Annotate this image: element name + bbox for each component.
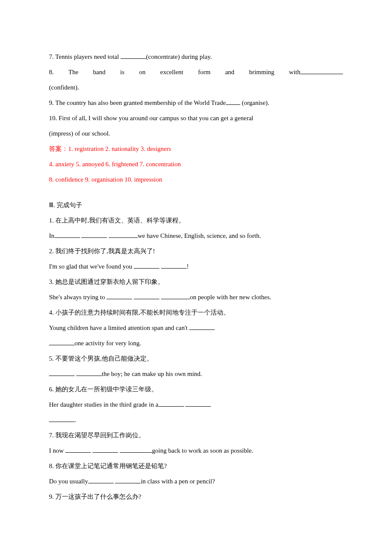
- blank: [76, 376, 102, 376]
- question-10-line2: (impress) of our school.: [49, 126, 343, 141]
- s3-item6-en-line1: Her daughter studies in the third grade …: [49, 397, 343, 412]
- s3-item1-en: In we have Chinese, English, science, an…: [49, 228, 343, 243]
- blank: [134, 299, 159, 299]
- question-7: 7. Tennis players need total (concentrat…: [49, 49, 343, 64]
- blank: [161, 299, 190, 299]
- s3-item5-post: the boy; he can make up his own mind.: [102, 370, 202, 377]
- blank: [109, 237, 138, 238]
- blank: [49, 376, 75, 376]
- blank: [120, 452, 152, 453]
- blank: [49, 422, 75, 422]
- blank: [121, 58, 146, 59]
- q9-pre: 9. The country has also been granted mem…: [49, 99, 226, 106]
- s3-item7-en: I now going back to work as soon as poss…: [49, 443, 343, 458]
- blank: [300, 74, 343, 74]
- q8-pre: 8. The band is on excellent form and bri…: [49, 69, 300, 75]
- blank: [92, 452, 118, 453]
- blank: [115, 483, 141, 483]
- q10-pre: 10. First of all, I will show you around…: [49, 115, 253, 121]
- s3-item7-pre: I now: [49, 447, 65, 454]
- blank: [81, 237, 107, 238]
- blank: [55, 237, 80, 238]
- s3-item8-en: Do you usually in class with a pen or pe…: [49, 474, 343, 489]
- answers-line1: 答案：1. registration 2. nationality 3. des…: [49, 141, 343, 156]
- s3-item2-pre: I'm so glad that we've found you: [49, 263, 134, 270]
- section-3-title: Ⅲ. 完成句子: [49, 197, 343, 213]
- blank: [159, 406, 184, 407]
- s3-item5-cn: 5. 不要管这个男孩,他自己能做决定。: [49, 351, 343, 366]
- answer-text-1: 1. registration 2. nationality 3. design…: [68, 145, 171, 152]
- s3-item2-en: I'm so glad that we've found you !: [49, 259, 343, 274]
- s3-item6-en-line2: .: [49, 412, 343, 428]
- question-9: 9. The country has also been granted mem…: [49, 95, 343, 110]
- answer-text-2: 4. anxiety 5. annoyed 6. frightened 7. c…: [49, 161, 181, 168]
- blank: [189, 330, 215, 330]
- s3-item5-en: the boy; he can make up his own mind.: [49, 366, 343, 382]
- s3-item4-pre: Young children have a limited attention …: [49, 324, 189, 331]
- s3-item4-post: one activity for very long.: [75, 340, 141, 347]
- answer-label: 答案：: [49, 145, 68, 152]
- blank: [65, 452, 91, 453]
- answers-line2: 4. anxiety 5. annoyed 6. frightened 7. c…: [49, 156, 343, 172]
- s3-item7-cn: 7. 我现在渴望尽早回到工作岗位。: [49, 428, 343, 443]
- s3-item7-post: going back to work as soon as possible.: [152, 447, 253, 454]
- answer-text-3: 8. confidence 9. organisation 10. impres…: [49, 176, 162, 183]
- q8-post: (confident).: [49, 84, 79, 91]
- question-8-line2: (confident).: [49, 80, 343, 95]
- question-8-line1: 8. The band is on excellent form and bri…: [49, 64, 343, 80]
- s3-item9-cn: 9. 万一这孩子出了什么事怎么办?: [49, 489, 343, 504]
- s3-item3-pre: She's always trying to: [49, 294, 107, 301]
- s3-item4-en-line1: Young children have a limited attention …: [49, 320, 343, 335]
- s3-item1-post: we have Chinese, English, science, and s…: [138, 232, 261, 239]
- s3-item6-pre: Her daughter studies in the third grade …: [49, 401, 159, 408]
- s3-item2-post: !: [187, 263, 189, 270]
- blank: [107, 299, 132, 299]
- s3-item4-en-line2: one activity for very long.: [49, 335, 343, 351]
- s3-item8-pre: Do you usually: [49, 478, 88, 485]
- blank: [185, 406, 211, 407]
- s3-item8-post: in class with a pen or pencil?: [141, 478, 215, 485]
- s3-item1-cn: 1. 在上高中时,我们有语文、英语、科学等课程。: [49, 213, 343, 228]
- s3-item6-cn: 6. 她的女儿在一所初级中学读三年级。: [49, 382, 343, 397]
- q7-post: (concentrate) during play.: [146, 53, 212, 60]
- q7-pre: 7. Tennis players need total: [49, 53, 121, 60]
- question-10-line1: 10. First of all, I will show you around…: [49, 110, 343, 126]
- s3-item4-cn: 4. 小孩子的注意力持续时间有限,不能长时间地专注于一个活动。: [49, 305, 343, 320]
- q10-post: (impress) of our school.: [49, 130, 110, 137]
- blank: [49, 345, 75, 345]
- blank: [161, 268, 187, 269]
- q9-post: (organise).: [240, 99, 269, 106]
- blank: [134, 268, 159, 269]
- blank: [88, 483, 114, 483]
- s3-item1-pre: In: [49, 232, 55, 239]
- s3-item3-en: She's always trying to on people with he…: [49, 289, 343, 305]
- document-page: 7. Tennis players need total (concentrat…: [0, 0, 392, 555]
- s3-item8-cn: 8. 你在课堂上记笔记通常用钢笔还是铅笔?: [49, 458, 343, 474]
- s3-item3-cn: 3. 她总是试图通过穿新衣给人留下印象。: [49, 274, 343, 289]
- s3-item6-post: .: [75, 416, 76, 423]
- answers-line3: 8. confidence 9. organisation 10. impres…: [49, 172, 343, 187]
- blank: [226, 104, 240, 105]
- s3-item2-cn: 2. 我们终于找到你了,我真是太高兴了!: [49, 243, 343, 259]
- s3-item3-post: on people with her new clothes.: [190, 294, 271, 301]
